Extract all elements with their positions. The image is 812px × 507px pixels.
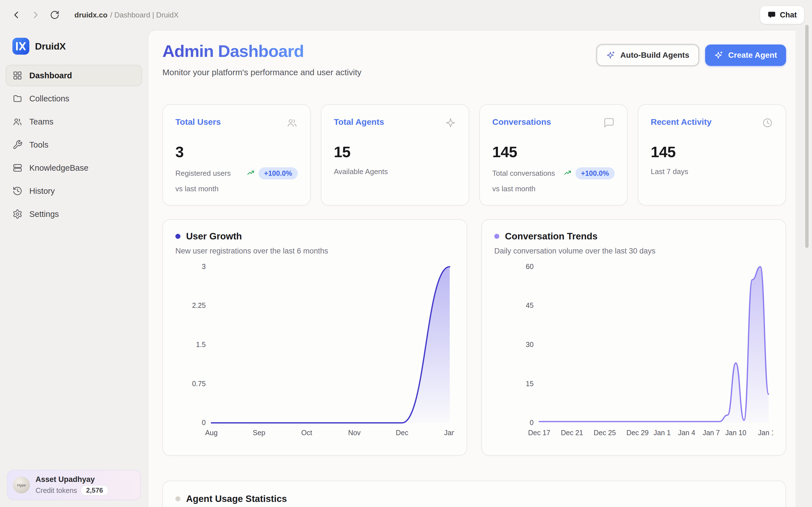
url-path: / Dashboard | DruidX xyxy=(110,11,179,19)
sidebar-item-knowledgebase[interactable]: KnowledgeBase xyxy=(6,157,142,179)
stat-value: 3 xyxy=(175,143,298,161)
conversation-trends-card: Conversation Trends Daily conversation v… xyxy=(481,219,786,456)
chat-button-label: Chat xyxy=(780,11,797,19)
page-header: Admin Dashboard Monitor your platform's … xyxy=(162,42,786,77)
svg-text:Jan 14: Jan 14 xyxy=(758,429,773,437)
svg-text:Jan: Jan xyxy=(444,429,454,437)
stat-title: Recent Activity xyxy=(651,117,712,127)
druidx-logo-icon xyxy=(12,38,29,55)
charts-row: User Growth New user registrations over … xyxy=(162,219,786,456)
svg-text:0: 0 xyxy=(202,418,206,427)
auto-build-agents-button[interactable]: Auto-Build Agents xyxy=(597,45,699,66)
svg-text:Jan 4: Jan 4 xyxy=(678,429,695,437)
sidebar-item-history[interactable]: History xyxy=(6,180,142,202)
sparkle-icon xyxy=(714,51,723,60)
folder-icon xyxy=(12,94,22,104)
user-profile-card[interactable]: Hype Asset Upadhyay Credit tokens 2,576 xyxy=(7,470,141,500)
svg-text:Jan 10: Jan 10 xyxy=(725,429,746,437)
address-bar[interactable]: druidx.co / Dashboard | DruidX xyxy=(74,11,179,19)
page-scrollbar[interactable] xyxy=(805,25,809,248)
trend-up-icon xyxy=(247,169,255,178)
legend-dot xyxy=(494,234,499,239)
sparkles-icon xyxy=(606,51,615,60)
stat-value: 145 xyxy=(492,143,615,161)
stat-title: Conversations xyxy=(492,117,551,127)
user-growth-card: User Growth New user registrations over … xyxy=(162,219,467,456)
chart-subtitle: Daily conversation volume over the last … xyxy=(494,247,773,256)
back-icon xyxy=(11,10,21,20)
svg-text:Dec: Dec xyxy=(396,429,408,437)
stats-row: Total Users 3 Registered users +100.0% v… xyxy=(162,104,786,206)
svg-text:Dec 25: Dec 25 xyxy=(594,429,616,437)
conversation-trends-chart: 015304560Dec 17Dec 21Dec 25Dec 29Jan 1Ja… xyxy=(494,260,773,440)
page-subtitle: Monitor your platform's performance and … xyxy=(162,68,361,77)
svg-text:0.75: 0.75 xyxy=(192,380,206,388)
browser-chrome: druidx.co / Dashboard | DruidX Chat xyxy=(0,0,812,30)
user-name: Asset Upadhyay xyxy=(36,475,108,484)
stat-label: Total conversations xyxy=(492,169,555,178)
sidebar-item-label: Collections xyxy=(29,94,69,103)
svg-text:45: 45 xyxy=(526,301,534,309)
stat-card-recent-activity: Recent Activity 145 Last 7 days xyxy=(638,104,786,206)
stat-value: 145 xyxy=(651,143,773,161)
chat-button[interactable]: Chat xyxy=(760,6,804,24)
sidebar-item-label: History xyxy=(29,186,55,196)
gear-icon xyxy=(12,209,22,219)
stat-title: Total Users xyxy=(175,117,221,127)
history-icon xyxy=(12,186,22,196)
avatar: Hype xyxy=(13,476,30,494)
server-icon xyxy=(12,163,22,173)
svg-text:15: 15 xyxy=(526,380,534,388)
chart-subtitle: New user registrations over the last 6 m… xyxy=(175,247,454,256)
svg-text:0: 0 xyxy=(530,418,534,427)
svg-text:3: 3 xyxy=(202,263,206,270)
reload-icon xyxy=(50,10,59,20)
page-title: Admin Dashboard xyxy=(162,42,361,61)
auto-build-agents-label: Auto-Build Agents xyxy=(620,51,689,60)
reload-button[interactable] xyxy=(46,6,63,23)
sidebar-item-teams[interactable]: Teams xyxy=(6,111,142,132)
sidebar-item-label: KnowledgeBase xyxy=(29,163,89,173)
brand[interactable]: DruidX xyxy=(0,30,148,59)
svg-text:Nov: Nov xyxy=(348,429,361,437)
stat-card-total-users: Total Users 3 Registered users +100.0% v… xyxy=(162,104,311,206)
svg-text:30: 30 xyxy=(526,341,534,348)
url-host: druidx.co xyxy=(74,11,107,19)
stat-label: Registered users xyxy=(175,169,231,178)
sidebar-item-label: Dashboard xyxy=(29,71,72,80)
svg-text:Oct: Oct xyxy=(301,429,312,437)
legend-dot xyxy=(175,496,181,501)
stat-footnote: vs last month xyxy=(492,184,615,193)
sidebar-item-settings[interactable]: Settings xyxy=(6,203,142,225)
users-icon xyxy=(12,117,22,127)
dashboard-grid-icon xyxy=(12,70,22,80)
credit-tokens-badge: 2,576 xyxy=(81,486,108,495)
svg-text:2.25: 2.25 xyxy=(192,301,206,309)
back-button[interactable] xyxy=(8,6,25,23)
chart-title: Conversation Trends xyxy=(505,231,598,242)
svg-text:1.5: 1.5 xyxy=(196,341,206,348)
sidebar-item-label: Settings xyxy=(29,210,59,219)
section-title: Agent Usage Statistics xyxy=(186,494,287,504)
create-agent-label: Create Agent xyxy=(728,51,777,60)
svg-text:60: 60 xyxy=(526,263,534,270)
legend-dot xyxy=(175,234,181,239)
svg-text:Aug: Aug xyxy=(205,429,217,437)
users-icon xyxy=(287,117,298,131)
svg-text:Dec 17: Dec 17 xyxy=(528,429,550,437)
sidebar-item-dashboard[interactable]: Dashboard xyxy=(6,65,142,86)
main-content: Admin Dashboard Monitor your platform's … xyxy=(148,30,796,507)
chat-bubble-icon xyxy=(767,11,776,19)
sidebar-item-collections[interactable]: Collections xyxy=(6,88,142,109)
sidebar-item-label: Teams xyxy=(29,117,53,126)
forward-button[interactable] xyxy=(27,6,44,23)
sidebar: DruidX Dashboard Collections Teams Tools… xyxy=(0,30,148,507)
sidebar-item-tools[interactable]: Tools xyxy=(6,134,142,156)
stat-label: Last 7 days xyxy=(651,167,688,176)
user-growth-chart: 00.751.52.253AugSepOctNovDecJan xyxy=(175,260,454,440)
sidebar-nav: Dashboard Collections Teams Tools Knowle… xyxy=(0,59,148,230)
stat-card-total-agents: Total Agents 15 Available Agents xyxy=(321,104,469,206)
create-agent-button[interactable]: Create Agent xyxy=(705,45,786,66)
stat-card-conversations: Conversations 145 Total conversations +1… xyxy=(479,104,627,206)
stat-footnote: vs last month xyxy=(175,184,298,193)
